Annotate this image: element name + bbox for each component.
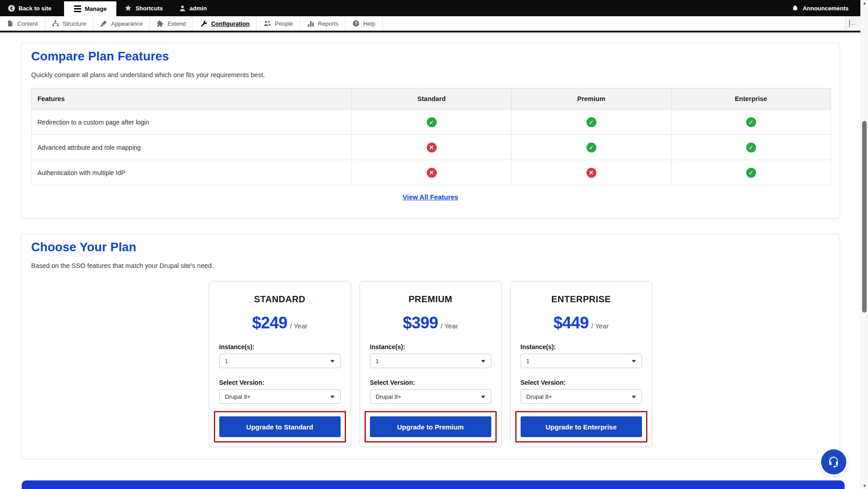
version-label: Select Version:: [370, 379, 491, 386]
plan-price-period: / Year: [591, 322, 609, 330]
upgrade-to-premium-button[interactable]: Upgrade to Premium: [370, 416, 491, 437]
admin-menu-bar: Content Structure Appearance Extend Conf…: [0, 16, 860, 32]
menu-item-reports[interactable]: Reports: [300, 16, 346, 31]
puzzle-icon: [157, 20, 164, 27]
choose-subtitle: Based on the SSO features that match you…: [31, 262, 830, 269]
scrollbar-thumb[interactable]: [862, 121, 867, 313]
menu-item-appearance[interactable]: Appearance: [93, 16, 150, 31]
announcements-button[interactable]: Announcements: [792, 0, 860, 16]
col-header-enterprise: Enterprise: [671, 88, 831, 110]
plan-name: PREMIUM: [370, 294, 491, 304]
file-icon: [7, 20, 14, 27]
col-header-standard: Standard: [352, 88, 512, 110]
instances-select[interactable]: 1: [219, 354, 341, 368]
menu-label: Help: [363, 20, 375, 27]
choose-your-plan-panel: Choose Your Plan Based on the SSO featur…: [21, 234, 840, 459]
vertical-scrollbar[interactable]: ▲ ▼: [860, 0, 868, 489]
col-header-premium: Premium: [512, 88, 671, 110]
compare-plan-features-panel: Compare Plan Features Quickly compare al…: [21, 43, 840, 219]
table-row: Advanced attribute and role mapping × ✓ …: [32, 135, 831, 160]
version-value: Drupal 8+: [376, 393, 402, 400]
upgrade-to-standard-button[interactable]: Upgrade to Standard: [219, 416, 341, 437]
chevron-down-icon: [481, 396, 485, 398]
version-select[interactable]: Drupal 8+: [370, 389, 491, 404]
version-value: Drupal 8+: [225, 393, 251, 400]
feature-comparison-table: Features Standard Premium Enterprise Red…: [31, 88, 831, 185]
instances-value: 1: [376, 358, 379, 364]
plan-price: $249: [252, 314, 287, 332]
cross-icon: ×: [586, 168, 596, 178]
back-to-site-label: Back to site: [18, 5, 51, 12]
menu-label: Content: [17, 20, 38, 27]
compare-title: Compare Plan Features: [31, 50, 830, 64]
menu-label: Reports: [318, 20, 339, 27]
plan-price: $449: [554, 314, 589, 332]
version-select[interactable]: Drupal 8+: [521, 389, 642, 404]
menu-item-configuration[interactable]: Configuration: [193, 16, 257, 31]
version-value: Drupal 8+: [526, 393, 552, 400]
menu-label: Structure: [63, 20, 87, 27]
table-row: Authentication with multiple IdP × × ✓: [32, 160, 831, 185]
upgrade-to-enterprise-button[interactable]: Upgrade to Enterprise: [521, 416, 642, 437]
chevron-down-icon: [632, 396, 636, 398]
menu-item-content[interactable]: Content: [0, 16, 45, 31]
brush-icon: [100, 20, 107, 27]
plan-price-period: / Year: [290, 322, 307, 330]
tab-shortcuts[interactable]: Shortcuts: [116, 0, 171, 16]
plan-price: $399: [403, 314, 438, 332]
plan-name: STANDARD: [219, 294, 341, 304]
version-label: Select Version:: [521, 379, 642, 386]
chevron-down-icon: [481, 360, 485, 363]
admin-toolbar: Back to site Manage Shortcuts admin Anno…: [0, 0, 860, 16]
menu-label: Configuration: [211, 20, 249, 27]
plan-price-period: / Year: [441, 322, 458, 330]
feature-name: Redirection to a custom page after login: [32, 110, 352, 135]
tab-admin[interactable]: admin: [171, 0, 215, 16]
view-all-features-link[interactable]: View All Features: [31, 193, 830, 201]
instances-label: Instance(s):: [521, 343, 642, 351]
feature-name: Authentication with multiple IdP: [32, 160, 352, 185]
chevron-down-icon: [632, 360, 636, 363]
shortcuts-label: Shortcuts: [135, 5, 163, 12]
check-icon: ✓: [427, 117, 437, 127]
sitemap-icon: [52, 20, 59, 27]
menu-item-people[interactable]: People: [257, 16, 300, 31]
plan-cards-row: STANDARD $249/ Year Instance(s): 1 Selec…: [31, 281, 830, 447]
menu-item-help[interactable]: ? Help: [346, 16, 383, 31]
check-icon: ✓: [586, 143, 596, 152]
cross-icon: ×: [427, 168, 437, 178]
version-select[interactable]: Drupal 8+: [219, 389, 341, 404]
check-icon: ✓: [586, 117, 596, 127]
bell-icon: [792, 5, 799, 12]
support-chat-button[interactable]: [821, 449, 846, 475]
menu-label: Extend: [167, 20, 185, 27]
plan-card-enterprise: ENTERPRISE $449/ Year Instance(s): 1 Sel…: [510, 281, 652, 447]
user-icon: [179, 5, 186, 12]
toolbar-collapse-icon[interactable]: ←: [845, 16, 860, 31]
menu-label: Appearance: [111, 20, 143, 27]
scroll-up-arrow-icon[interactable]: ▲: [861, 0, 868, 6]
plan-card-premium: PREMIUM $399/ Year Instance(s): 1 Select…: [360, 281, 502, 447]
instances-value: 1: [225, 358, 228, 364]
feature-name: Advanced attribute and role mapping: [32, 135, 352, 160]
instances-select[interactable]: 1: [521, 354, 642, 368]
chevron-down-icon: [330, 396, 335, 398]
announcements-label: Announcements: [803, 5, 849, 12]
instances-label: Instance(s):: [370, 343, 491, 351]
scroll-down-arrow-icon[interactable]: ▼: [861, 483, 868, 489]
version-label: Select Version:: [219, 379, 341, 386]
cross-icon: ×: [427, 143, 437, 152]
table-row: Redirection to a custom page after login…: [32, 110, 831, 135]
hamburger-icon: [74, 5, 81, 12]
instances-select[interactable]: 1: [370, 354, 491, 368]
wrench-icon: [200, 20, 208, 28]
back-to-site-button[interactable]: Back to site: [0, 0, 60, 16]
manage-label: Manage: [85, 5, 106, 12]
tab-manage[interactable]: Manage: [64, 1, 116, 16]
bottom-banner-edge: [22, 480, 845, 489]
menu-item-structure[interactable]: Structure: [45, 16, 94, 31]
menu-item-extend[interactable]: Extend: [150, 16, 193, 31]
chevron-down-icon: [330, 360, 335, 363]
check-icon: ✓: [746, 168, 756, 178]
star-icon: [125, 5, 132, 12]
